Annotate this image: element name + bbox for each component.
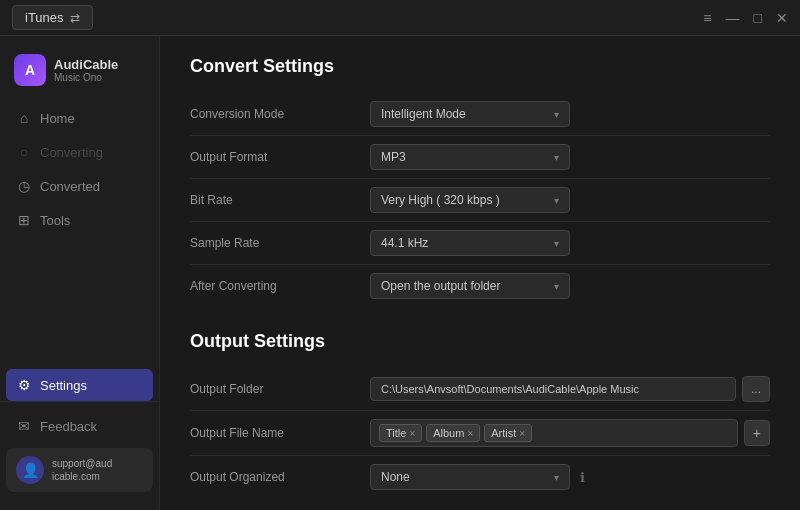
filename-tags-container: Title × Album × Artist × xyxy=(370,419,738,447)
content-area: Convert Settings Conversion Mode Intelli… xyxy=(160,36,800,510)
bit-rate-label: Bit Rate xyxy=(190,193,370,207)
bit-rate-dropdown[interactable]: Very High ( 320 kbps ) ▾ xyxy=(370,187,570,213)
output-organized-label: Output Organized xyxy=(190,470,370,484)
output-format-dropdown[interactable]: MP3 ▾ xyxy=(370,144,570,170)
convert-settings-table: Conversion Mode Intelligent Mode ▾ Outpu… xyxy=(190,93,770,307)
folder-path: C:\Users\Anvsoft\Documents\AudiCable\App… xyxy=(381,383,639,395)
output-settings-title: Output Settings xyxy=(190,331,770,352)
tag-title: Title × xyxy=(379,424,422,442)
conversion-mode-row: Conversion Mode Intelligent Mode ▾ xyxy=(190,93,770,136)
add-tag-button[interactable]: + xyxy=(744,420,770,446)
feedback-icon: ✉ xyxy=(16,418,32,434)
minimize-icon[interactable]: — xyxy=(726,10,740,26)
sidebar-item-converted[interactable]: ◷ Converted xyxy=(6,170,153,202)
sidebar-item-label: Settings xyxy=(40,378,87,393)
output-folder-label: Output Folder xyxy=(190,382,370,396)
tag-artist-close[interactable]: × xyxy=(519,428,525,439)
app-name: AudiCable xyxy=(54,57,118,72)
chevron-down-icon: ▾ xyxy=(554,109,559,120)
itunes-tab[interactable]: iTunes ⇄ xyxy=(12,5,93,30)
output-organized-value: None xyxy=(381,470,410,484)
tag-artist: Artist × xyxy=(484,424,532,442)
tag-album-label: Album xyxy=(433,427,464,439)
output-organized-row: Output Organized None ▾ ℹ xyxy=(190,456,770,498)
maximize-icon[interactable]: □ xyxy=(754,10,762,26)
main-layout: A AudiCable Music Ono ⌂ Home ○ Convertin… xyxy=(0,36,800,510)
after-converting-dropdown[interactable]: Open the output folder ▾ xyxy=(370,273,570,299)
app-sub: Music Ono xyxy=(54,72,118,83)
converted-icon: ◷ xyxy=(16,178,32,194)
output-filename-label: Output File Name xyxy=(190,426,370,440)
sample-rate-row: Sample Rate 44.1 kHz ▾ xyxy=(190,222,770,265)
support-email: support@aud icable.com xyxy=(52,457,143,483)
sidebar-item-home[interactable]: ⌂ Home xyxy=(6,102,153,134)
window-controls: ≡ — □ ✕ xyxy=(703,10,788,26)
output-organized-dropdown[interactable]: None ▾ xyxy=(370,464,570,490)
menu-icon[interactable]: ≡ xyxy=(703,10,711,26)
tag-album-close[interactable]: × xyxy=(467,428,473,439)
after-converting-value: Open the output folder xyxy=(381,279,500,293)
chevron-down-icon: ▾ xyxy=(554,281,559,292)
convert-settings-title: Convert Settings xyxy=(190,56,770,77)
chevron-down-icon: ▾ xyxy=(554,238,559,249)
support-box[interactable]: 👤 support@aud icable.com xyxy=(6,448,153,492)
sidebar-item-label: Home xyxy=(40,111,75,126)
output-folder-row: Output Folder C:\Users\Anvsoft\Documents… xyxy=(190,368,770,411)
conversion-mode-value: Intelligent Mode xyxy=(381,107,466,121)
folder-browse-button[interactable]: ... xyxy=(742,376,770,402)
titlebar: iTunes ⇄ ≡ — □ ✕ xyxy=(0,0,800,36)
bit-rate-value: Very High ( 320 kbps ) xyxy=(381,193,500,207)
conversion-mode-label: Conversion Mode xyxy=(190,107,370,121)
sidebar-nav: ⌂ Home ○ Converting ◷ Converted ⊞ Tools … xyxy=(0,102,159,401)
tag-title-label: Title xyxy=(386,427,406,439)
feedback-label: Feedback xyxy=(40,419,97,434)
tools-icon: ⊞ xyxy=(16,212,32,228)
tab-settings-icon: ⇄ xyxy=(70,11,80,25)
app-logo: A AudiCable Music Ono xyxy=(0,46,159,102)
after-converting-row: After Converting Open the output folder … xyxy=(190,265,770,307)
itunes-tab-label: iTunes xyxy=(25,10,64,25)
sidebar-item-tools[interactable]: ⊞ Tools xyxy=(6,204,153,236)
bit-rate-row: Bit Rate Very High ( 320 kbps ) ▾ xyxy=(190,179,770,222)
sidebar-item-label: Tools xyxy=(40,213,70,228)
tag-album: Album × xyxy=(426,424,480,442)
converting-icon: ○ xyxy=(16,144,32,160)
sidebar-item-label: Converted xyxy=(40,179,100,194)
sidebar-item-converting: ○ Converting xyxy=(6,136,153,168)
sample-rate-label: Sample Rate xyxy=(190,236,370,250)
close-icon[interactable]: ✕ xyxy=(776,10,788,26)
conversion-mode-dropdown[interactable]: Intelligent Mode ▾ xyxy=(370,101,570,127)
chevron-down-icon: ▾ xyxy=(554,152,559,163)
output-folder-input: C:\Users\Anvsoft\Documents\AudiCable\App… xyxy=(370,377,736,401)
output-filename-row: Output File Name Title × Album × Artist xyxy=(190,411,770,456)
tag-title-close[interactable]: × xyxy=(409,428,415,439)
tag-artist-label: Artist xyxy=(491,427,516,439)
sample-rate-value: 44.1 kHz xyxy=(381,236,428,250)
info-icon[interactable]: ℹ xyxy=(580,470,585,485)
sidebar-item-feedback[interactable]: ✉ Feedback xyxy=(6,410,153,442)
chevron-down-icon: ▾ xyxy=(554,195,559,206)
support-avatar: 👤 xyxy=(16,456,44,484)
sample-rate-dropdown[interactable]: 44.1 kHz ▾ xyxy=(370,230,570,256)
chevron-down-icon: ▾ xyxy=(554,472,559,483)
output-settings-table: Output Folder C:\Users\Anvsoft\Documents… xyxy=(190,368,770,498)
output-format-value: MP3 xyxy=(381,150,406,164)
after-converting-label: After Converting xyxy=(190,279,370,293)
sidebar-bottom: ✉ Feedback 👤 support@aud icable.com xyxy=(0,401,159,500)
sidebar: A AudiCable Music Ono ⌂ Home ○ Convertin… xyxy=(0,36,160,510)
logo-icon: A xyxy=(14,54,46,86)
output-format-row: Output Format MP3 ▾ xyxy=(190,136,770,179)
sidebar-item-label: Converting xyxy=(40,145,103,160)
settings-icon: ⚙ xyxy=(16,377,32,393)
sidebar-item-settings[interactable]: ⚙ Settings xyxy=(6,369,153,401)
home-icon: ⌂ xyxy=(16,110,32,126)
output-format-label: Output Format xyxy=(190,150,370,164)
